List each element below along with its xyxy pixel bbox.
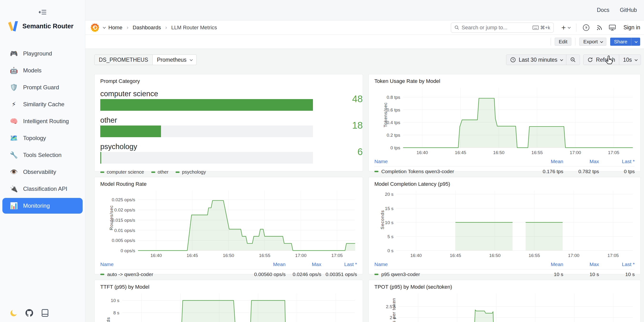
svg-text:0 tps: 0 tps [390, 145, 400, 150]
search-input[interactable] [462, 24, 530, 31]
legend: computer science other psychology [100, 169, 357, 175]
legend-col-last[interactable]: Last * [599, 158, 635, 164]
timeseries-plot[interactable]: 16:4016:4516:5016:5517:0017:050 s5 s10 s… [374, 188, 635, 260]
svg-text:17:00: 17:00 [568, 253, 580, 258]
brand[interactable]: Semantic Router [0, 0, 85, 32]
sidebar-item-tools-selection[interactable]: 🔧 Tools Selection [2, 147, 83, 163]
legend-col-last[interactable]: Last * [599, 262, 635, 267]
legend-col-max[interactable]: Max [563, 262, 599, 267]
legend-col-last[interactable]: Last * [321, 262, 357, 267]
docs-book-icon[interactable] [42, 309, 48, 317]
legend-item[interactable]: computer science [100, 169, 144, 175]
time-range-picker[interactable]: Last 30 minutes [506, 55, 566, 65]
search-shortcut: ⌘+k [532, 25, 550, 30]
legend-col-max[interactable]: Max [563, 158, 599, 164]
svg-text:0.2 tps: 0.2 tps [386, 133, 400, 138]
plug-icon: 🔌 [10, 185, 18, 193]
legend-col-mean[interactable]: Mean [519, 262, 563, 267]
edit-button[interactable]: Edit [555, 38, 571, 46]
datasource-select[interactable]: Prometheus [153, 54, 196, 65]
github-link[interactable]: GitHub [620, 7, 637, 13]
legend-item[interactable]: other [151, 169, 168, 175]
svg-text:16:55: 16:55 [528, 253, 540, 258]
y-axis-title: Seconds [106, 317, 111, 322]
panel-title[interactable]: Model Routing Rate [100, 181, 357, 187]
timeseries-plot[interactable]: 16:4016:4516:5016:5517:0017:050 s2 s4 s6… [100, 291, 357, 322]
breadcrumb-home[interactable]: Home [108, 24, 122, 31]
sidebar-item-models[interactable]: 🤖 Models [2, 63, 83, 78]
sidebar-item-topology[interactable]: 🗺️ Topology [2, 130, 83, 146]
svg-text:16:50: 16:50 [493, 150, 505, 155]
chevron-down-icon [635, 58, 638, 61]
bar-gauge-row[interactable]: psychology 6 [100, 142, 357, 164]
panel-title[interactable]: TPOT (p95) by Model (sec/token) [374, 284, 635, 290]
sidebar-item-similarity-cache[interactable]: ⚡ Similarity Cache [2, 96, 83, 112]
new-menu-button[interactable]: + [561, 24, 570, 32]
news-rss-icon[interactable] [596, 24, 602, 31]
legend-row[interactable]: auto -> qwen3-coder 0.00560 ops/s 0.0246… [100, 269, 357, 277]
kiosk-monitor-icon[interactable] [609, 24, 616, 31]
timeseries-plot[interactable]: 16:4016:4516:5016:5517:0017:050 s0.5 s1 … [374, 291, 635, 322]
sidebar-item-intelligent-routing[interactable]: 🧠 Intelligent Routing [2, 113, 83, 129]
legend-col-max[interactable]: Max [286, 262, 321, 267]
legend-col-mean[interactable]: Mean [242, 262, 286, 267]
models-icon: 🤖 [10, 67, 18, 74]
github-icon[interactable] [26, 309, 33, 317]
bar-chart-icon: 📊 [10, 202, 18, 210]
timeseries-plot[interactable]: 16:4016:4516:5016:5517:0017:050 ops/s0.0… [100, 188, 357, 260]
legend-item[interactable]: psychology [176, 169, 206, 175]
sidebar-collapse-icon[interactable] [0, 9, 85, 15]
refresh-button[interactable]: Refresh [584, 55, 619, 65]
sidebar-item-playground[interactable]: 🎮 Playground [2, 46, 83, 62]
timeseries-plot[interactable]: 16:4016:4516:5016:5517:0017:050 tps0.2 t… [374, 85, 635, 157]
panel-title[interactable]: Token Usage Rate by Model [374, 78, 635, 84]
panel-title[interactable]: Model Completion Latency (p95) [374, 181, 635, 187]
help-icon[interactable]: ? [582, 24, 590, 31]
legend-col-mean[interactable]: Mean [519, 158, 563, 164]
sidebar-nav: 🎮 Playground 🤖 Models 🛡️ Prompt Guard ⚡ … [0, 46, 85, 214]
dashboard-actions-bar: Edit Export Share [85, 35, 644, 49]
series-swatch-icon [176, 172, 180, 173]
org-switcher-chevron-icon[interactable] [103, 26, 106, 29]
panel-title[interactable]: Prompt Category [100, 78, 357, 84]
zoom-out-button[interactable] [566, 55, 580, 65]
sidebar-item-monitoring[interactable]: 📊 Monitoring [2, 198, 83, 214]
sidebar-footer [10, 309, 48, 317]
legend-col-name[interactable]: Name [100, 262, 242, 267]
legend-table: Name Mean Max Last * Completion Tokens q… [374, 157, 635, 174]
search-box[interactable]: ⌘+k [451, 23, 554, 33]
svg-text:17:05: 17:05 [607, 253, 619, 258]
legend-row[interactable]: Completion Tokens qwen3-coder 0.176 tps … [374, 166, 635, 174]
legend-row[interactable]: p95 qwen3-coder 10 s 10 s 10 s [374, 269, 635, 277]
sidebar-item-observability[interactable]: 👁️ Observability [2, 164, 83, 180]
y-axis-title: Seconds [380, 210, 385, 229]
breadcrumb-separator: › [165, 24, 167, 31]
sign-in-button[interactable]: Sign in [624, 24, 640, 31]
legend-col-name[interactable]: Name [374, 262, 519, 267]
map-icon: 🗺️ [10, 134, 18, 142]
bar-gauge-row[interactable]: computer science 48 [100, 90, 357, 111]
brand-title: Semantic Router [22, 23, 74, 30]
svg-text:16:45: 16:45 [450, 253, 461, 258]
breadcrumb-dashboards[interactable]: Dashboards [133, 24, 161, 31]
svg-text:0.025 ops/s: 0.025 ops/s [112, 197, 135, 202]
svg-text:17:05: 17:05 [331, 253, 343, 258]
export-button[interactable]: Export [579, 38, 606, 46]
clock-icon [510, 57, 516, 63]
sidebar-item-classification-api[interactable]: 🔌 Classification API [2, 181, 83, 197]
grafana-logo-icon[interactable] [90, 23, 100, 33]
share-menu-button[interactable] [631, 38, 640, 46]
brain-icon: 🧠 [10, 118, 18, 125]
legend-col-name[interactable]: Name [374, 158, 519, 164]
svg-text:16:40: 16:40 [150, 253, 162, 258]
share-button[interactable]: Share [610, 38, 631, 46]
docs-link[interactable]: Docs [597, 7, 609, 13]
svg-text:0.8 tps: 0.8 tps [386, 95, 400, 100]
panel-title[interactable]: TTFT (p95) by Model [100, 284, 357, 290]
svg-text:10 s: 10 s [111, 298, 119, 303]
refresh-interval-select[interactable]: 10s [619, 55, 641, 65]
dark-mode-toggle-icon[interactable] [10, 310, 17, 316]
sidebar-item-prompt-guard[interactable]: 🛡️ Prompt Guard [2, 80, 83, 95]
bar-gauge-row[interactable]: other 18 [100, 116, 357, 137]
svg-text:0 ops/s: 0 ops/s [120, 248, 135, 253]
